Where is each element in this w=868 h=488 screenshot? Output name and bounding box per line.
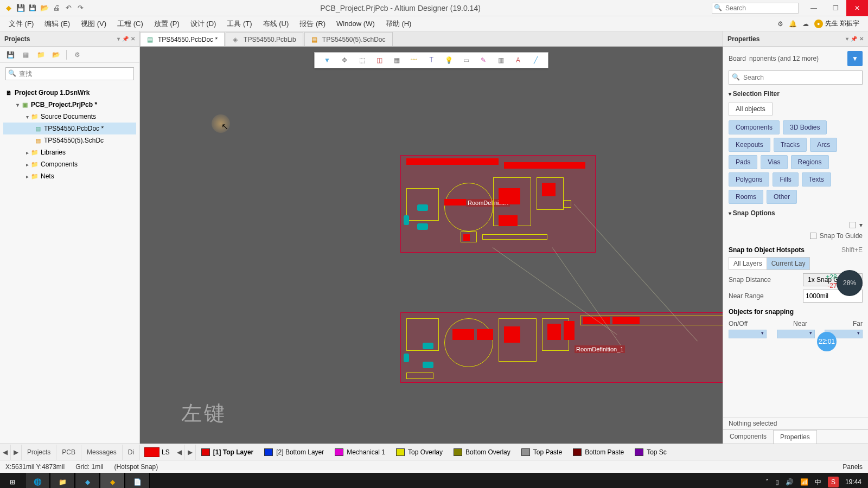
gear-icon[interactable]: ⚙: [777, 20, 783, 28]
tray-battery-icon[interactable]: ▯: [775, 478, 779, 486]
tab-components[interactable]: Components: [723, 430, 773, 444]
task-chrome[interactable]: 🌐: [25, 473, 50, 488]
pill-texts[interactable]: Texts: [802, 172, 831, 187]
bottom-tab-di[interactable]: Di: [123, 445, 140, 460]
panel-close-icon[interactable]: ✕: [131, 36, 135, 42]
bell-icon[interactable]: 🔔: [789, 20, 797, 28]
layer-7[interactable]: Top Sc: [629, 445, 672, 460]
ls-block[interactable]: LS: [140, 447, 174, 457]
pcb-board-1[interactable]: RoomDefinition: [400, 155, 596, 253]
maximize-button[interactable]: ❐: [825, 0, 846, 16]
layers-next-icon[interactable]: ▶: [185, 445, 196, 460]
menu-design[interactable]: 设计 (D): [185, 17, 222, 31]
menu-view[interactable]: 视图 (V): [75, 17, 112, 31]
menu-project[interactable]: 工程 (C): [112, 17, 149, 31]
tray-clock[interactable]: 19:44: [845, 478, 861, 486]
open-icon[interactable]: 📂: [40, 4, 49, 12]
tree-nets[interactable]: ▸ 📁 Nets: [3, 170, 136, 182]
pill-components[interactable]: Components: [729, 120, 780, 134]
layer-1[interactable]: [2] Bottom Layer: [259, 445, 329, 460]
snap-dropdown[interactable]: ▾: [850, 221, 863, 229]
menu-route[interactable]: 布线 (U): [258, 17, 295, 31]
user-badge[interactable]: ● 先生 郑振宇: [814, 19, 859, 28]
filter-funnel-button[interactable]: ▼: [847, 51, 863, 66]
snap-options-header[interactable]: Snap Options: [729, 209, 863, 217]
route-icon[interactable]: 〰: [409, 55, 419, 65]
tb-folder-icon[interactable]: 📁: [36, 50, 46, 60]
pill-all-objects[interactable]: All objects: [729, 102, 773, 116]
menu-help[interactable]: 帮助 (H): [380, 17, 417, 31]
menu-edit[interactable]: 编辑 (E): [39, 17, 75, 31]
seg-current-layer[interactable]: Current Lay: [767, 258, 810, 269]
select-icon[interactable]: ⬚: [357, 55, 367, 65]
panel-dropdown-icon[interactable]: ▾: [846, 36, 848, 42]
layer-0[interactable]: [1] Top Layer: [196, 445, 259, 460]
task-notes[interactable]: 📄: [125, 473, 150, 488]
snap-layer-segments[interactable]: All Layers Current Lay: [729, 257, 810, 270]
layer-6[interactable]: Bottom Paste: [567, 445, 629, 460]
tb-settings-icon[interactable]: ⚙: [72, 50, 82, 60]
redo-icon[interactable]: ↷: [76, 4, 85, 12]
tree-components[interactable]: ▸ 📁 Components: [3, 158, 136, 170]
measure-icon[interactable]: ⟙: [426, 55, 436, 65]
timer-badge[interactable]: 22:01: [817, 332, 837, 351]
layer-3[interactable]: Top Overlay: [391, 445, 448, 460]
tab-schdoc[interactable]: ▤ TPS54550(5).SchDoc: [304, 32, 393, 46]
filter-icon[interactable]: ▼: [322, 55, 332, 65]
board-icon[interactable]: ▭: [461, 55, 471, 65]
titlebar-search-input[interactable]: [712, 3, 799, 14]
pill-vias[interactable]: Vias: [761, 155, 787, 169]
tab-pcbdoc[interactable]: ▤ TPS54550.PcbDoc *: [140, 32, 225, 46]
menu-place[interactable]: 放置 (P): [149, 17, 185, 31]
menu-tools[interactable]: 工具 (T): [221, 17, 257, 31]
bottom-tab-messages[interactable]: Messages: [81, 445, 123, 460]
undo-icon[interactable]: ↶: [64, 4, 73, 12]
layer-2[interactable]: Mechanical 1: [329, 445, 391, 460]
panel-dropdown-icon[interactable]: ▾: [117, 36, 120, 42]
tree-group[interactable]: 🗎 Project Group 1.DsnWrk: [3, 87, 136, 99]
pcb-board-2[interactable]: RoomDefinition_1: [400, 312, 723, 383]
tree-doc-schdoc[interactable]: ▤ TPS54550(5).SchDc: [3, 134, 136, 146]
titlebar-search[interactable]: 🔍: [712, 3, 799, 14]
tab-pcblib[interactable]: ◈ TPS54550.PcbLib: [226, 32, 303, 46]
pill-other[interactable]: Other: [767, 190, 797, 204]
menu-file[interactable]: 文件 (F): [3, 17, 39, 31]
print-icon[interactable]: 🖨: [52, 4, 61, 12]
lamp-icon[interactable]: 💡: [444, 55, 454, 65]
menu-reports[interactable]: 报告 (R): [294, 17, 331, 31]
tray-sogou-icon[interactable]: S: [828, 477, 839, 487]
performance-circle[interactable]: 28%: [837, 270, 863, 296]
projects-search-input[interactable]: [5, 67, 134, 80]
properties-search-input[interactable]: [729, 70, 863, 85]
properties-search[interactable]: 🔍: [729, 70, 863, 85]
pill-keepouts[interactable]: Keepouts: [729, 138, 770, 152]
bottom-tab-pcb[interactable]: PCB: [56, 445, 81, 460]
tb-compile-icon[interactable]: ▦: [21, 50, 30, 60]
pcb-canvas[interactable]: ▼ ✥ ⬚ ◫ ▦ 〰 ⟙ 💡 ▭ ✎ ▥ A ╱ RoomDefinition: [140, 47, 723, 444]
pill-arcs[interactable]: Arcs: [810, 138, 837, 152]
cloud-icon[interactable]: ☁: [802, 20, 809, 28]
tree-doc-pcbdoc[interactable]: ▤ TPS54550.PcbDoc *: [3, 123, 136, 134]
panel-close-icon[interactable]: ✕: [859, 36, 864, 42]
text-icon[interactable]: A: [513, 55, 523, 65]
chart-icon[interactable]: ▥: [496, 55, 506, 65]
bottom-tab-projects[interactable]: Projects: [22, 445, 56, 460]
save-all-icon[interactable]: 💾: [28, 4, 37, 12]
panel-pin-icon[interactable]: 📌: [851, 36, 857, 42]
pill-polygons[interactable]: Polygons: [729, 172, 769, 187]
tb-navigate-icon[interactable]: 📂: [51, 50, 61, 60]
selection-filter-header[interactable]: Selection Filter: [729, 90, 863, 98]
tray-ime[interactable]: 中: [815, 478, 821, 487]
snap-to-guide-checkbox[interactable]: Snap To Guide: [810, 232, 863, 240]
snap-cell-near[interactable]: [777, 330, 815, 338]
snap-cell-onoff[interactable]: [729, 330, 767, 338]
align-icon[interactable]: ◫: [374, 55, 384, 65]
tb-save-icon[interactable]: 💾: [5, 50, 15, 60]
pill-regions[interactable]: Regions: [791, 155, 829, 169]
pill-pads[interactable]: Pads: [729, 155, 757, 169]
save-icon[interactable]: 💾: [16, 4, 25, 12]
tree-project[interactable]: ▾ ▣ PCB_Project.PrjPcb *: [3, 99, 136, 111]
pill-rooms[interactable]: Rooms: [729, 190, 763, 204]
pill-fills[interactable]: Fills: [773, 172, 798, 187]
tray-network-icon[interactable]: 📶: [800, 478, 808, 486]
